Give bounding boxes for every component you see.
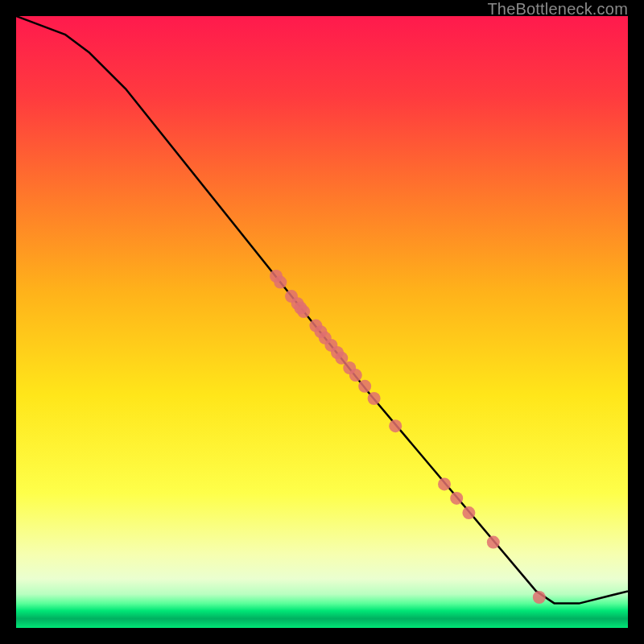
data-point [349, 369, 362, 382]
chart-frame: TheBottleneck.com [0, 0, 644, 644]
data-point [389, 419, 402, 432]
data-point [438, 477, 451, 490]
data-point [533, 591, 546, 604]
data-point [462, 506, 475, 519]
data-point [274, 276, 287, 289]
chart-overlay [16, 16, 628, 628]
data-point [368, 392, 381, 405]
plot-area [16, 16, 628, 628]
watermark-text: TheBottleneck.com [487, 0, 628, 19]
data-point [450, 492, 463, 505]
data-point [487, 536, 500, 549]
data-point [297, 305, 310, 318]
bottleneck-curve [16, 16, 628, 604]
data-point [358, 380, 371, 393]
